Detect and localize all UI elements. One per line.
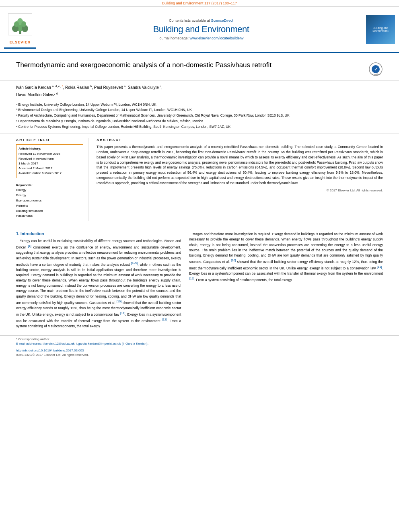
ref-11[interactable]: [11]: [120, 311, 125, 315]
received-revised-label: Received in revised form: [19, 156, 81, 161]
revised-date: 1 March 2017: [19, 161, 81, 166]
affiliation-d: d Departamento de Mecánica y Energía, In…: [16, 119, 383, 124]
author-sandra: Sandra Vaiciulyte c: [128, 85, 161, 90]
contents-line: Contents lists available at ScienceDirec…: [40, 18, 362, 23]
cover-text: Building and Environment: [368, 27, 393, 32]
abstract-label: ABSTRACT: [97, 138, 383, 142]
author-note: (I. García Kerdan).: [122, 342, 148, 345]
issn-line: 0360-1323/© 2017 Elsevier Ltd. All right…: [0, 353, 399, 360]
journal-cover-image: Building and Environment: [366, 15, 395, 44]
keywords-label: Keywords:: [16, 183, 83, 187]
affiliation-e: e Centre for Process Systems Engineering…: [16, 124, 383, 129]
article-title: Thermodynamic and exergoeconomic analysi…: [16, 60, 271, 70]
ref-10[interactable]: [10]: [117, 300, 122, 303]
keyword-energy: Energy: [16, 188, 83, 193]
journal-header: ELSEVIER Contents lists available at Sci…: [0, 7, 399, 53]
available-date: Available online 6 March 2017: [19, 171, 81, 176]
affiliation-c: c Faculty of Architecture, Computing and…: [16, 113, 383, 118]
svg-point-5: [14, 21, 19, 27]
article-info-column: ARTICLE INFO Article history: Received 1…: [16, 138, 88, 221]
journal-homepage-line: journal homepage: www.elsevier.com/locat…: [40, 36, 362, 40]
article-history-box: Article history: Received 12 November 20…: [16, 144, 83, 178]
affiliation-b: b Environmental Design and Engineering, …: [16, 107, 383, 113]
received-date: Received 12 November 2016: [19, 152, 81, 156]
author-paul: Paul Ruyssevelt a: [94, 85, 125, 90]
email-link-ucl[interactable]: i.kerdan.12@ucl.ac.uk: [43, 342, 74, 345]
intro-heading: 1. Introduction: [16, 232, 181, 236]
keyword-exergy: Exergy: [16, 193, 83, 198]
svg-text:CrossMark: CrossMark: [371, 73, 381, 76]
journal-citation: Building and Environment 117 (2017) 100–…: [162, 1, 237, 5]
affiliation-e-text: Centre for Process Systems Engineering, …: [18, 124, 230, 129]
affiliation-a: a Energy Institute, University College L…: [16, 102, 383, 107]
ref-12[interactable]: [12]: [162, 318, 167, 321]
authors-section: Iván García Kerdan a, d, e, *, Rokia Ras…: [0, 81, 399, 100]
info-abstract-section: ARTICLE INFO Article history: Received 1…: [0, 134, 399, 225]
author-david: David Morillón Gálvez d: [16, 92, 58, 97]
intro-para-right-1: stages and therefore more investigation …: [189, 232, 383, 283]
affiliation-c-text: Faculty of Architecture, Computing and H…: [18, 113, 290, 118]
accepted-date: Accepted 2 March 2017: [19, 166, 81, 171]
ref-2-9[interactable]: [2–9]: [131, 261, 138, 265]
author-rokia: Rokia Raslan b: [65, 85, 92, 90]
footnote-section: * Corresponding author. E-mail addresses…: [0, 335, 399, 347]
email-addresses: E-mail addresses: i.kerdan.12@ucl.ac.uk,…: [16, 342, 383, 345]
ref-11-r[interactable]: [11]: [377, 265, 382, 269]
doi-link[interactable]: http://dx.doi.org/10.1016/j.buildenv.201…: [16, 349, 84, 352]
abstract-text: This paper presents a thermodynamic and …: [97, 144, 383, 185]
left-column: 1. Introduction Exergy can be useful in …: [16, 232, 181, 331]
elsevier-tree-icon: [8, 13, 32, 35]
doi-line: http://dx.doi.org/10.1016/j.buildenv.201…: [0, 347, 399, 353]
elsevier-wordmark: ELSEVIER: [10, 40, 31, 44]
intro-para-1: Exergy can be useful in explaining susta…: [16, 238, 181, 329]
affiliation-b-text: Environmental Design and Engineering, Un…: [18, 107, 192, 113]
affiliation-d-text: Departamento de Mecánica y Energía, Inst…: [18, 119, 203, 124]
right-column: stages and therefore more investigation …: [189, 232, 383, 331]
journal-title: Building and Environment: [40, 24, 362, 35]
keywords-box: Keywords: Energy Exergy Exergoeconomics …: [16, 181, 83, 221]
ref-12-r[interactable]: [12]: [189, 277, 194, 280]
ref-10-r[interactable]: [10]: [231, 259, 236, 262]
email-label: E-mail addresses:: [16, 342, 42, 345]
keyword-passivhaus: Passivhaus: [16, 214, 83, 219]
article-title-section: Thermodynamic and exergoeconomic analysi…: [0, 53, 399, 81]
intro-body-right: stages and therefore more investigation …: [189, 232, 383, 283]
copyright-line: © 2017 Elsevier Ltd. All rights reserved…: [97, 189, 383, 192]
elsevier-logo-block: ELSEVIER: [4, 10, 36, 49]
keyword-retrofits: Retrofits: [16, 203, 83, 209]
homepage-url[interactable]: www.elsevier.com/locate/buildenv: [189, 36, 243, 40]
journal-citation-bar: Building and Environment 117 (2017) 100–…: [0, 0, 399, 7]
contents-label: Contents lists available at: [169, 18, 211, 23]
main-content-section: 1. Introduction Exergy can be useful in …: [0, 225, 399, 335]
abstract-column: ABSTRACT This paper presents a thermodyn…: [97, 138, 383, 221]
corresponding-author-label: * Corresponding author.: [16, 337, 383, 341]
article-info-label: ARTICLE INFO: [16, 138, 83, 142]
science-direct-link[interactable]: ScienceDirect: [211, 18, 234, 23]
crossmark-icon[interactable]: ✓ CrossMark: [368, 62, 383, 76]
journal-center-block: Contents lists available at ScienceDirec…: [40, 18, 362, 40]
svg-text:✓: ✓: [374, 67, 378, 72]
homepage-label: journal homepage:: [158, 36, 189, 40]
intro-body-left: Exergy can be useful in explaining susta…: [16, 238, 181, 329]
history-label: Article history:: [19, 147, 81, 150]
keyword-exergoeconomics: Exergoeconomics: [16, 198, 83, 203]
author-ivan: Iván García Kerdan a, d, e, *: [16, 85, 63, 90]
affiliation-a-text: Energy Institute, University College Lon…: [18, 102, 156, 107]
ref-1[interactable]: [1]: [28, 244, 31, 248]
keyword-building-simulation: Building simulation: [16, 209, 83, 214]
email-link-imperial[interactable]: i.garcia-kerdan@imperial.ac.uk: [76, 342, 121, 345]
affiliations-section: a Energy Institute, University College L…: [0, 100, 399, 134]
svg-point-6: [21, 21, 26, 27]
